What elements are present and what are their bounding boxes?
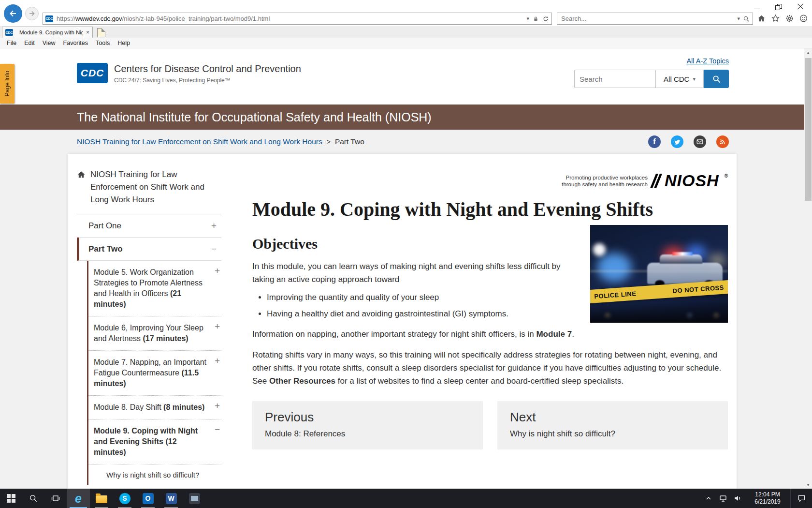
forward-arrow-icon [28, 10, 36, 17]
vertical-scrollbar[interactable]: ▲ ▼ [804, 48, 812, 489]
tab-favicon: CDC [5, 29, 13, 36]
syndicate-icon[interactable] [716, 135, 729, 148]
part-one-label: Part One [88, 221, 121, 231]
expand-plus-icon[interactable]: + [215, 356, 220, 366]
twitter-icon[interactable] [671, 135, 683, 148]
tab-close-icon[interactable]: × [86, 30, 89, 35]
browser-tab[interactable]: CDC Module 9. Coping with Nig... × [2, 27, 93, 38]
search-dropdown-icon[interactable]: ▾ [737, 15, 740, 22]
breadcrumb-separator: > [327, 138, 331, 146]
start-button[interactable] [0, 489, 22, 508]
taskbar-clock[interactable]: 12:04 PM 6/21/2019 [745, 489, 790, 508]
page-viewport: Page Info CDC Centers for Disease Contro… [0, 48, 804, 489]
niosh-tagline-line1: Promoting productive workplaces [562, 174, 648, 181]
tray-volume[interactable] [730, 489, 745, 508]
taskbar-app-file-explorer[interactable] [90, 489, 113, 508]
tape-text-left: POLICE LINE [594, 290, 637, 300]
scope-caret-icon: ▾ [693, 76, 696, 82]
browser-search-box[interactable]: ▾ [557, 13, 753, 25]
menu-edit[interactable]: Edit [20, 40, 39, 46]
expand-plus-icon[interactable]: + [215, 401, 220, 411]
address-bar[interactable]: CDC https://wwwdev.cdc.gov/niosh/z-lab-9… [43, 13, 552, 25]
sidebar-item-part-two[interactable]: Part Two − [77, 238, 221, 261]
expand-plus-icon[interactable]: + [215, 266, 220, 276]
niosh-tagline-line2: through safety and health research [562, 181, 648, 188]
module-7-reference: Module 7 [536, 329, 572, 339]
taskbar-app-skype[interactable]: S [113, 489, 136, 508]
menu-tools[interactable]: Tools [92, 40, 114, 46]
favorites-star-icon[interactable] [771, 14, 780, 23]
tray-network[interactable] [716, 489, 730, 508]
part-two-label: Part Two [88, 244, 123, 254]
action-center-button[interactable] [790, 489, 812, 508]
page-info-tab[interactable]: Page Info [0, 64, 14, 104]
breadcrumb-link[interactable]: NIOSH Training for Law Enforcement on Sh… [77, 137, 322, 146]
browser-forward-button[interactable] [25, 7, 39, 20]
menu-view[interactable]: View [39, 40, 59, 46]
chevron-up-icon [706, 496, 711, 501]
taskbar-app-internet-explorer[interactable]: e [67, 489, 90, 508]
site-search-group: All CDC ▾ [574, 70, 729, 88]
url-domain: wwwdev.cdc.gov [75, 15, 122, 22]
facebook-icon[interactable]: f [648, 135, 661, 148]
az-topics-link[interactable]: All A-Z Topics [686, 57, 729, 65]
sidebar-home-link[interactable]: NIOSH Training for Law Enforcement on Sh… [77, 168, 221, 206]
scroll-down-arrow[interactable]: ▼ [804, 481, 812, 489]
cdc-site-header: CDC Centers for Disease Control and Prev… [0, 48, 804, 105]
taskbar-app-window[interactable] [183, 489, 206, 508]
cdc-logo-block[interactable]: CDC Centers for Disease Control and Prev… [77, 63, 301, 84]
collapse-minus-icon[interactable]: − [215, 424, 220, 435]
ie-icon: e [75, 493, 82, 505]
menu-file[interactable]: File [3, 40, 20, 46]
expand-plus-icon[interactable]: + [211, 221, 217, 231]
menu-favorites[interactable]: Favorites [59, 40, 92, 46]
site-search-input[interactable] [574, 70, 655, 88]
pager: Previous Module 8: References Next Why i… [252, 401, 728, 449]
refresh-icon[interactable] [542, 15, 549, 22]
clock-time: 12:04 PM [755, 491, 780, 498]
sidebar-item-part-one[interactable]: Part One + [77, 214, 221, 238]
window-restore-button[interactable] [768, 1, 789, 13]
lock-icon[interactable] [533, 15, 539, 22]
module-8-label: Module 8. Day Shift [94, 403, 163, 411]
collapse-minus-icon[interactable]: − [211, 244, 217, 254]
search-icon[interactable] [743, 15, 750, 22]
menu-help[interactable]: Help [114, 40, 134, 46]
sidebar-item-module-6[interactable]: Module 6, Improving Your Sleep and Alert… [88, 316, 221, 351]
next-page-button[interactable]: Next Why is night shift so difficult? [497, 401, 728, 449]
sidebar-item-module-8[interactable]: Module 8. Day Shift (8 minutes) + [88, 396, 221, 419]
site-search-button[interactable] [704, 70, 729, 88]
previous-page-button[interactable]: Previous Module 8: References [252, 401, 483, 449]
scroll-up-arrow[interactable]: ▲ [804, 48, 812, 56]
email-icon[interactable] [694, 135, 706, 148]
browser-back-button[interactable] [4, 4, 22, 23]
rotating-paragraph: Rotating shifts vary in many ways, so th… [252, 348, 728, 388]
taskbar-app-word[interactable]: W [160, 489, 183, 508]
taskbar-app-outlook[interactable]: O [136, 489, 160, 508]
cdc-logo: CDC [77, 63, 108, 83]
task-view-button[interactable] [44, 489, 67, 508]
window-minimize-button[interactable] [746, 1, 768, 13]
clock-date: 6/21/2019 [754, 498, 780, 506]
address-dropdown-icon[interactable]: ▾ [526, 15, 529, 22]
new-tab-button[interactable] [97, 28, 105, 37]
browser-search-input[interactable] [557, 15, 737, 22]
content-card: NIOSH Training for Law Enforcement on Sh… [68, 154, 737, 489]
scrollbar-thumb[interactable] [805, 58, 812, 201]
sidebar-item-module-7[interactable]: Module 7. Napping, an Important Fatigue … [88, 351, 221, 396]
taskbar-search-button[interactable] [22, 489, 44, 508]
expand-plus-icon[interactable]: + [215, 321, 220, 332]
breadcrumb-current: Part Two [335, 137, 364, 146]
feedback-smiley-icon[interactable] [799, 14, 808, 23]
sidebar-item-module-9[interactable]: Module 9. Coping with Night and Evening … [88, 419, 221, 464]
window-close-button[interactable] [789, 1, 811, 13]
module-5-label: Module 5. Work Organization Strategies t… [94, 268, 203, 298]
org-name: Centers for Disease Control and Preventi… [114, 63, 301, 75]
settings-gear-icon[interactable] [785, 14, 794, 23]
sidebar-item-module-5[interactable]: Module 5. Work Organization Strategies t… [88, 261, 221, 316]
home-icon[interactable] [757, 14, 766, 23]
tray-show-hidden-icons[interactable] [701, 489, 716, 508]
search-scope-dropdown[interactable]: All CDC ▾ [655, 70, 704, 88]
sidebar-item-why-night-shift[interactable]: Why is night shift so difficult? [88, 464, 221, 485]
module-9-label: Module 9. Coping with Night and Evening … [94, 427, 198, 446]
